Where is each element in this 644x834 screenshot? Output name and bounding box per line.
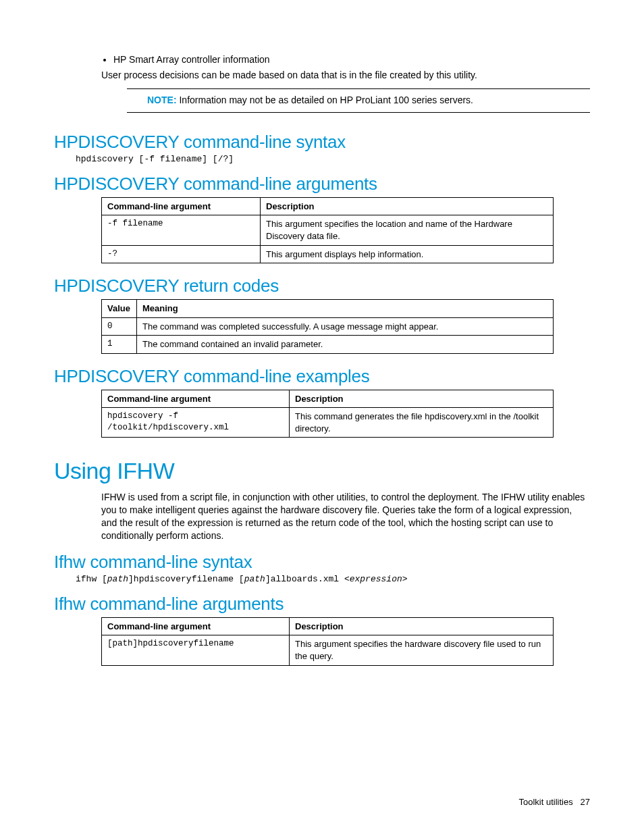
code-part: ]hpdiscoveryfilename [ — [128, 574, 244, 584]
table-row: hpdiscovery -f /toolkit/hpdiscovery.xml … — [102, 408, 554, 438]
cell-value: 0 — [102, 317, 137, 336]
code-part: > — [402, 574, 408, 584]
cell-arg: -f filename — [102, 215, 261, 245]
code-part-italic: path — [107, 574, 128, 584]
cell-meaning: The command contained an invalid paramet… — [137, 336, 554, 354]
table-row: -? This argument displays help informati… — [102, 245, 554, 263]
table-row: Command-line argument Description — [102, 617, 554, 635]
table-row: -f filename This argument specifies the … — [102, 215, 554, 245]
note-box: NOTE: Information may not be as detailed… — [127, 88, 590, 113]
table-hpdiscovery-return: Value Meaning 0 The command was complete… — [101, 299, 554, 354]
cell-desc: This command generates the file hpdiscov… — [290, 408, 554, 438]
heading-hpdiscovery-args: HPDISCOVERY command-line arguments — [54, 174, 590, 194]
page: HP Smart Array controller information Us… — [0, 0, 644, 834]
cell-value: 1 — [102, 336, 137, 354]
page-footer: Toolkit utilities 27 — [518, 797, 590, 807]
table-row: [path]hpdiscoveryfilename This argument … — [102, 635, 554, 665]
cell-meaning: The command was completed successfully. … — [137, 317, 554, 336]
ifhw-paragraph: IFHW is used from a script file, in conj… — [101, 491, 590, 542]
th-value: Value — [102, 300, 137, 318]
cell-arg: hpdiscovery -f /toolkit/hpdiscovery.xml — [102, 408, 290, 438]
table-row: Command-line argument Description — [102, 390, 554, 408]
th-desc: Description — [261, 197, 554, 215]
table-row: 0 The command was completed successfully… — [102, 317, 554, 336]
bullet-item: HP Smart Array controller information — [113, 54, 590, 65]
cell-arg: [path]hpdiscoveryfilename — [102, 635, 290, 665]
heading-hpdiscovery-syntax: HPDISCOVERY command-line syntax — [54, 132, 590, 153]
heading-ifhw-syntax: Ifhw command-line syntax — [54, 552, 590, 573]
heading-hpdiscovery-return: HPDISCOVERY return codes — [54, 276, 590, 296]
footer-page-number: 27 — [581, 797, 590, 807]
cell-arg: -? — [102, 245, 261, 263]
footer-label: Toolkit utilities — [518, 797, 572, 807]
table-ifhw-args: Command-line argument Description [path]… — [101, 617, 554, 666]
th-desc: Description — [290, 617, 554, 635]
content-column: HP Smart Array controller information Us… — [101, 54, 590, 666]
th-meaning: Meaning — [137, 300, 554, 318]
table-row: Value Meaning — [102, 300, 554, 318]
table-row: 1 The command contained an invalid param… — [102, 336, 554, 354]
bullet-list: HP Smart Array controller information — [101, 54, 590, 65]
cell-desc: This argument displays help information. — [261, 245, 554, 263]
code-part: ]allboards.xml < — [265, 574, 350, 584]
table-row: Command-line argument Description — [102, 197, 554, 215]
code-part-italic: expression — [350, 574, 402, 584]
th-desc: Description — [290, 390, 554, 408]
intro-paragraph: User process decisions can be made based… — [101, 69, 590, 82]
th-arg: Command-line argument — [102, 617, 290, 635]
code-part-italic: path — [244, 574, 265, 584]
table-hpdiscovery-examples: Command-line argument Description hpdisc… — [101, 390, 554, 438]
code-part: ifhw [ — [76, 574, 107, 584]
code-hpdiscovery-syntax: hpdiscovery [-f filename] [/?] — [76, 154, 590, 164]
heading-ifhw-args: Ifhw command-line arguments — [54, 594, 590, 615]
th-arg: Command-line argument — [102, 390, 290, 408]
note-text: Information may not be as detailed on HP… — [177, 95, 473, 105]
heading-hpdiscovery-examples: HPDISCOVERY command-line examples — [54, 366, 590, 387]
cell-desc: This argument specifies the location and… — [261, 215, 554, 245]
code-ifhw-syntax: ifhw [path]hpdiscoveryfilename [path]all… — [76, 574, 590, 584]
th-arg: Command-line argument — [102, 197, 261, 215]
cell-desc: This argument specifies the hardware dis… — [290, 635, 554, 665]
table-hpdiscovery-args: Command-line argument Description -f fil… — [101, 197, 554, 263]
heading-using-ifhw: Using IFHW — [54, 458, 590, 484]
note-label: NOTE: — [147, 95, 177, 105]
